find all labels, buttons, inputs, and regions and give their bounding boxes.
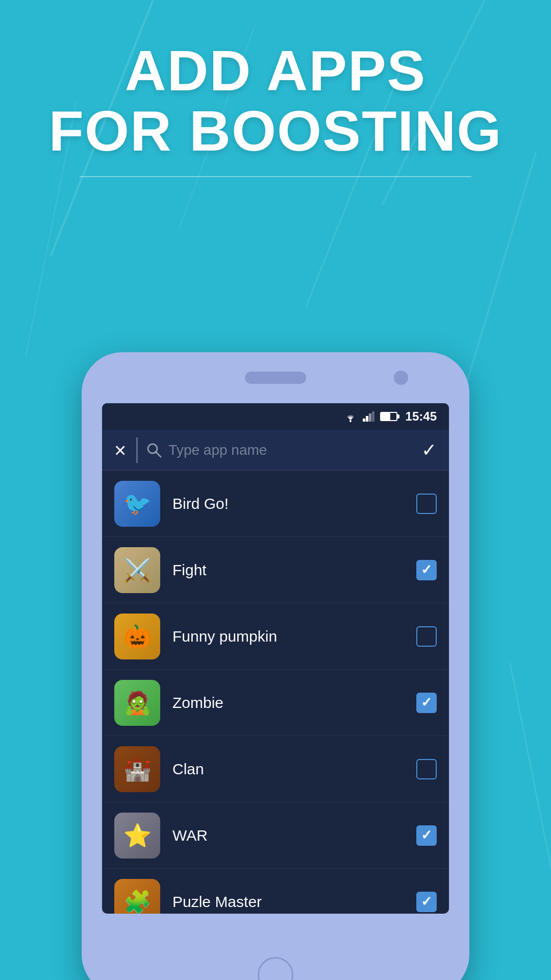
search-icon [146,442,162,458]
app-checkbox[interactable] [416,693,437,713]
app-name: Clan [172,761,416,778]
search-input[interactable]: Type app name [168,442,413,458]
search-bar-divider [136,437,138,463]
phone-bottom [258,954,293,980]
svg-line-8 [510,664,551,868]
wifi-icon [343,411,358,422]
app-list: 🐦Bird Go!⚔️Fight🎃Funny pumpkin🧟Zombie🏰Cl… [102,471,449,914]
app-name: WAR [172,827,416,844]
status-bar: 15:45 [102,403,449,430]
app-checkbox[interactable] [416,825,437,846]
app-name: Zombie [172,694,416,712]
svg-line-15 [156,452,161,457]
svg-rect-13 [372,411,374,422]
app-icon: 🧟 [114,680,160,726]
svg-line-4 [459,153,536,408]
app-name: Funny pumpkin [172,628,416,645]
confirm-button[interactable]: ✓ [421,439,437,461]
list-item[interactable]: 🐦Bird Go! [102,471,449,537]
phone-speaker [245,372,306,384]
app-icon: ⭐ [114,813,160,859]
header-title: ADD APPS FOR BOOSTING [31,41,520,161]
signal-icon [363,411,375,422]
app-checkbox[interactable] [416,626,437,647]
app-checkbox[interactable] [416,759,437,779]
app-icon: ⚔️ [114,547,160,593]
svg-rect-12 [369,413,371,422]
header-section: ADD APPS FOR BOOSTING [0,41,551,177]
phone-screen: 15:45 × Type app name ✓ 🐦Bird Go!⚔️Fight… [102,403,449,914]
list-item[interactable]: 🏰Clan [102,736,449,802]
phone-camera [394,371,408,385]
app-name: Fight [172,561,416,579]
svg-point-9 [349,420,352,422]
app-icon: 🎃 [114,614,160,659]
list-item[interactable]: ⭐WAR [102,802,449,869]
app-icon: 🐦 [114,481,160,527]
status-icons [343,411,397,422]
home-button[interactable] [258,957,293,980]
app-name: Bird Go! [172,495,416,512]
list-item[interactable]: 🧩Puzle Master [102,869,449,914]
status-time: 15:45 [406,409,437,424]
battery-icon [380,412,397,421]
app-icon: 🧩 [114,879,160,914]
close-button[interactable]: × [114,440,126,460]
list-item[interactable]: 🧟Zombie [102,670,449,736]
phone-top [82,352,469,403]
search-bar[interactable]: × Type app name ✓ [102,430,449,471]
header-divider [80,176,471,177]
app-checkbox[interactable] [416,560,437,580]
app-name: Puzle Master [172,893,416,911]
app-icon: 🏰 [114,746,160,792]
svg-rect-10 [363,419,365,422]
svg-rect-11 [366,416,368,422]
app-checkbox[interactable] [416,892,437,912]
phone-frame: 15:45 × Type app name ✓ 🐦Bird Go!⚔️Fight… [82,352,469,980]
list-item[interactable]: ⚔️Fight [102,537,449,603]
app-checkbox[interactable] [416,494,437,514]
list-item[interactable]: 🎃Funny pumpkin [102,603,449,670]
